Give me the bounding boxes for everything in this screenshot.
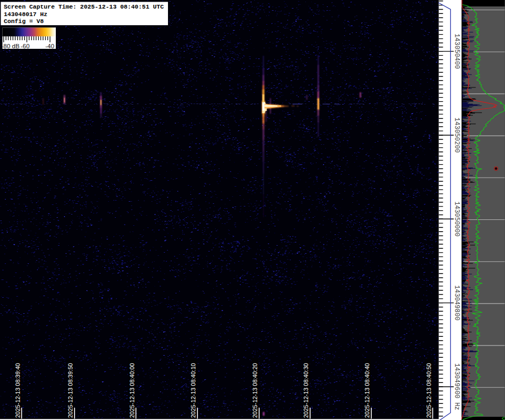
svg-text:-80 dB: -80 dB	[2, 43, 20, 49]
svg-text:Config = V8: Config = V8	[4, 18, 44, 25]
svg-text:143049800: 143049800	[453, 285, 460, 321]
svg-text:143050200: 143050200	[453, 117, 460, 153]
svg-text:143050000: 143050000	[453, 201, 460, 237]
svg-text:143049600 Hz: 143049600 Hz	[453, 363, 460, 410]
svg-text:143050400: 143050400	[453, 34, 460, 69]
svg-text:2025-12-13 08:40:00: 2025-12-13 08:40:00	[129, 363, 135, 418]
svg-text:Screen Capture Time: 2025-12-1: Screen Capture Time: 2025-12-13 08:40:51…	[4, 4, 164, 10]
svg-text:-40: -40	[46, 43, 55, 49]
svg-text:-60: -60	[21, 43, 30, 49]
svg-text:2025-12-13 08:40:40: 2025-12-13 08:40:40	[364, 363, 370, 418]
svg-text:2025-12-13 08:39:40: 2025-12-13 08:39:40	[14, 363, 21, 418]
svg-text:2025-12-13 08:40:20: 2025-12-13 08:40:20	[252, 363, 258, 418]
svg-text:143048017 Hz: 143048017 Hz	[4, 11, 47, 18]
svg-text:2025-12-13 08:40:10: 2025-12-13 08:40:10	[190, 363, 196, 418]
svg-text:2025-12-13 08:39:50: 2025-12-13 08:39:50	[67, 363, 74, 418]
svg-text:2025-12-13 08:40:50: 2025-12-13 08:40:50	[426, 363, 432, 418]
svg-text:2025-12-13 08:40:30: 2025-12-13 08:40:30	[303, 363, 309, 418]
